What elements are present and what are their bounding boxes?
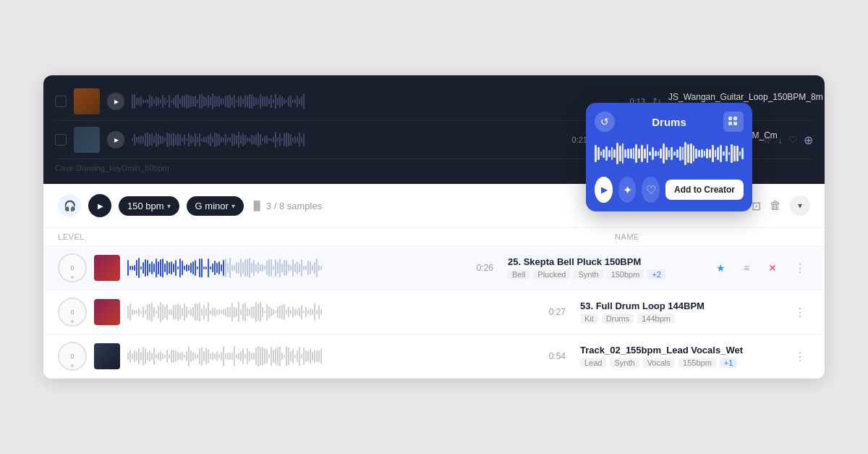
track-list-row: 0 0:26 25. Skepta Bell Pluck 150BPM Bell… <box>43 246 825 290</box>
star-icon[interactable]: ☆ <box>762 134 772 146</box>
level-knob[interactable]: 0 <box>58 342 87 371</box>
waveform-dark <box>132 128 560 151</box>
track-info: 53. Full Drum Loop 144BPM Kit Drums 144b… <box>573 300 775 324</box>
chevron-down-icon: ▾ <box>167 202 171 210</box>
track-title: 53. Full Drum Loop 144BPM <box>580 300 775 311</box>
track-list-row: 0 0:27 53. Full Drum Loop 144BPM Kit Dru… <box>43 290 825 335</box>
track-thumbnail <box>94 299 120 325</box>
svg-rect-1 <box>733 117 737 120</box>
tag-bell: Bell <box>508 269 529 279</box>
add-to-creator-button[interactable]: Add to Creator <box>665 180 744 200</box>
tag-bpm: 144bpm <box>637 314 675 324</box>
level-value: 0 <box>70 308 74 316</box>
track-duration: 0:26 <box>470 263 493 273</box>
tag-lead: Lead <box>580 358 606 368</box>
track-thumbnail <box>94 255 120 281</box>
track-tags: Bell Plucked Synth 150bpm +2 <box>508 269 703 279</box>
level-indicator <box>71 276 74 279</box>
popup-star-button[interactable]: ✦ <box>618 177 637 203</box>
track-title: Track_02_155bpm_Lead Vocals_Wet <box>580 345 775 356</box>
add-to-creator-icon[interactable]: ⊕ <box>804 133 813 147</box>
play-button-small[interactable] <box>107 93 124 110</box>
level-indicator <box>71 364 74 367</box>
waveform-column-header <box>101 232 608 241</box>
track-title: 25. Skepta Bell Pluck 150BPM <box>508 256 703 267</box>
track-info: 25. Skepta Bell Pluck 150BPM Bell Plucke… <box>501 256 703 279</box>
track-thumbnail <box>94 343 120 369</box>
row-actions: ★ ≡ ✕ <box>710 258 783 278</box>
track-actions: ☆ ↓ ♡ ⊕ <box>762 133 813 147</box>
sample-count: ▐▌ 3 / 8 samples <box>251 201 322 211</box>
tag-bpm: 155bpm <box>678 358 716 368</box>
chevron-down-icon: ▾ <box>231 202 235 210</box>
bars-icon: ▐▌ <box>251 201 263 211</box>
track-checkbox[interactable] <box>55 134 67 146</box>
waveform-dark <box>132 90 618 113</box>
tag-kit: Kit <box>580 314 598 324</box>
play-button-small[interactable] <box>107 131 124 148</box>
main-container: 0:13 ↻ JS_Wangan_Guitar_Loop_150BPM_8m G… <box>43 75 825 379</box>
popup-title: Drums <box>652 116 686 128</box>
track-duration: 0:27 <box>542 307 566 317</box>
light-section: 🎧 150 bpm ▾ G minor ▾ ▐▌ 3 / 8 samples ↓… <box>43 184 825 379</box>
track-checkbox[interactable] <box>55 96 67 107</box>
track-list-row: 0 0:54 Track_02_155bpm_Lead Vocals_Wet L… <box>43 335 825 379</box>
tag-more: +1 <box>720 358 738 368</box>
waveform-light <box>127 299 535 325</box>
svg-rect-3 <box>733 122 737 125</box>
table-header: Level Name <box>43 228 825 246</box>
download-icon[interactable]: ↓ <box>778 134 783 146</box>
heart-icon[interactable]: ♡ <box>788 134 798 146</box>
star-icon-btn[interactable]: ★ <box>710 258 731 278</box>
popup-header: ↺ Drums <box>595 112 744 132</box>
popup-card: ↺ Drums ✦ ♡ Add to Creator <box>586 103 752 211</box>
popup-actions: ✦ ♡ Add to Creator <box>595 177 744 203</box>
track-info: Track_02_155bpm_Lead Vocals_Wet Lead Syn… <box>573 345 775 368</box>
bpm-selector[interactable]: 150 bpm ▾ <box>119 196 179 216</box>
svg-rect-2 <box>728 122 732 125</box>
waveform-light <box>127 255 463 281</box>
popup-heart-button[interactable]: ♡ <box>642 177 660 203</box>
popup-grid-icon[interactable] <box>723 112 744 132</box>
expand-button[interactable]: ▾ <box>790 196 810 216</box>
level-knob[interactable]: 0 <box>58 253 87 282</box>
play-button-toolbar[interactable] <box>88 194 111 217</box>
back-icon: ↺ <box>600 116 609 127</box>
key-selector[interactable]: G minor ▾ <box>187 196 244 216</box>
track-tags: Lead Synth Vocals 155bpm +1 <box>580 358 775 368</box>
mixer-icon-btn[interactable]: ≡ <box>736 258 757 278</box>
heart-icon: ♡ <box>646 183 656 197</box>
level-indicator <box>71 320 74 323</box>
track-thumbnail <box>74 88 100 114</box>
popup-play-button[interactable] <box>595 177 613 203</box>
key-label: G minor <box>195 201 229 211</box>
track-duration: 0:54 <box>542 351 566 361</box>
level-value: 0 <box>70 264 74 272</box>
crop-icon[interactable]: ⊡ <box>752 199 761 213</box>
more-options-button[interactable]: ⋮ <box>790 302 810 322</box>
tag-synth: Synth <box>574 269 603 279</box>
close-icon-btn[interactable]: ✕ <box>762 258 783 278</box>
star-icon: ✦ <box>623 183 632 197</box>
track-name: JS_Wangan_Guitar_Loop_150BPM_8m <box>668 92 813 102</box>
delete-icon[interactable]: 🗑 <box>770 199 781 212</box>
popup-back-button[interactable]: ↺ <box>595 112 615 132</box>
tag-drums: Drums <box>602 314 634 324</box>
svg-rect-0 <box>728 117 732 120</box>
tag-vocals: Vocals <box>643 358 675 368</box>
tag-more: +2 <box>647 269 665 279</box>
track-duration: 0:21 <box>567 135 587 144</box>
name-column-header: Name <box>608 232 810 241</box>
more-options-button[interactable]: ⋮ <box>790 346 810 366</box>
level-knob[interactable]: 0 <box>58 298 87 327</box>
track-thumbnail <box>74 127 100 153</box>
level-value: 0 <box>70 353 74 360</box>
waveform-light <box>127 343 535 369</box>
tag-synth: Synth <box>610 358 639 368</box>
bpm-label: 150 bpm <box>127 201 164 211</box>
more-options-button[interactable]: ⋮ <box>790 258 810 278</box>
chevron-down-icon: ▾ <box>798 201 802 211</box>
level-column-header: Level <box>58 232 101 241</box>
track-tags: Kit Drums 144bpm <box>580 314 775 324</box>
popup-waveform <box>595 139 744 168</box>
